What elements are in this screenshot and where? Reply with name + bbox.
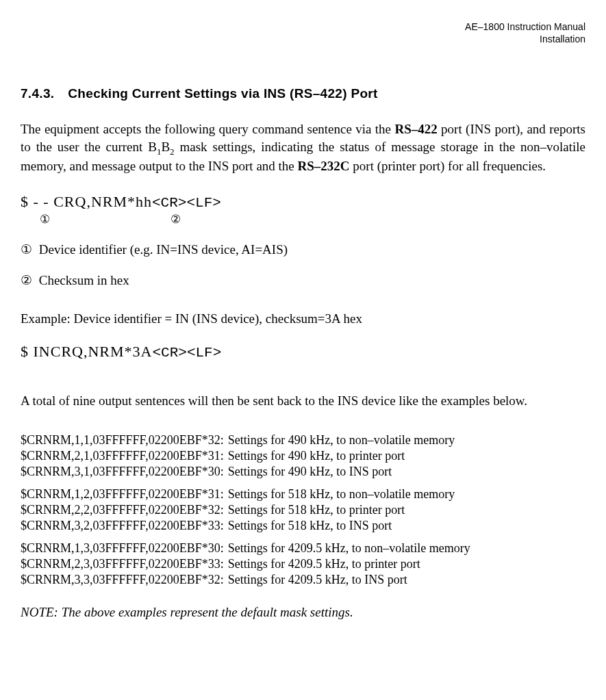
- table-row: $CRNRM,3,1,03FFFFFF,02200EBF*30:Settings…: [21, 465, 475, 480]
- definition-1-text: Device identifier (e.g. IN=INS device, A…: [39, 242, 288, 257]
- settings-code: $CRNRM,2,1,03FFFFFF,02200EBF*31:: [21, 449, 228, 465]
- settings-desc: Settings for 4209.5 kHz, to non–volatile…: [228, 534, 475, 557]
- settings-desc: Settings for 518 kHz, to printer port: [228, 503, 475, 519]
- definition-1-marker: ①: [21, 242, 36, 257]
- settings-desc: Settings for 490 kHz, to INS port: [228, 465, 475, 480]
- settings-code: $CRNRM,1,1,03FFFFFF,02200EBF*32:: [21, 433, 228, 449]
- table-row: $CRNRM,2,1,03FFFFFF,02200EBF*31:Settings…: [21, 449, 475, 465]
- table-row: $CRNRM,2,3,03FFFFFF,02200EBF*33:Settings…: [21, 557, 475, 573]
- section-title: Checking Current Settings via INS (RS–42…: [68, 86, 377, 101]
- settings-desc: Settings for 518 kHz, to INS port: [228, 519, 475, 534]
- table-row: $CRNRM,3,3,03FFFFFF,02200EBF*32:Settings…: [21, 573, 475, 588]
- table-row: $CRNRM,1,2,03FFFFFF,02200EBF*31:Settings…: [21, 480, 475, 503]
- marker-2: ②: [171, 212, 181, 226]
- table-row: $CRNRM,3,2,03FFFFFF,02200EBF*33:Settings…: [21, 519, 475, 534]
- table-row: $CRNRM,1,1,03FFFFFF,02200EBF*32:Settings…: [21, 433, 475, 449]
- note-line: NOTE: The above examples represent the d…: [21, 605, 585, 620]
- definition-2-text: Checksum in hex: [39, 273, 129, 287]
- settings-desc: Settings for 4209.5 kHz, to printer port: [228, 557, 475, 573]
- header-subtitle: Installation: [21, 33, 585, 45]
- header-title: AE–1800 Instruction Manual: [21, 21, 585, 33]
- example-intro: Example: Device identifier = IN (INS dev…: [21, 311, 585, 326]
- settings-code: $CRNRM,3,1,03FFFFFF,02200EBF*30:: [21, 465, 228, 480]
- section-heading: 7.4.3.Checking Current Settings via INS …: [21, 86, 585, 101]
- page-header: AE–1800 Instruction Manual Installation: [21, 21, 585, 45]
- settings-code: $CRNRM,3,3,03FFFFFF,02200EBF*32:: [21, 573, 228, 588]
- settings-code: $CRNRM,3,2,03FFFFFF,02200EBF*33:: [21, 519, 228, 534]
- command-template: $ - - CRQ,NRM*hh<CR><LF>: [21, 193, 585, 211]
- settings-table: $CRNRM,1,1,03FFFFFF,02200EBF*32:Settings…: [21, 433, 475, 588]
- intro-paragraph: The equipment accepts the following quer…: [21, 120, 585, 175]
- settings-code: $CRNRM,2,3,03FFFFFF,02200EBF*33:: [21, 557, 228, 573]
- page-container: AE–1800 Instruction Manual Installation …: [0, 0, 606, 647]
- settings-code: $CRNRM,2,2,03FFFFFF,02200EBF*32:: [21, 503, 228, 519]
- command-terminator: <CR><LF>: [152, 195, 221, 211]
- command-example: $ INCRQ,NRM*3A<CR><LF>: [21, 343, 585, 361]
- command-example-text: $ INCRQ,NRM*3A: [21, 343, 152, 360]
- settings-desc: Settings for 518 kHz, to non–volatile me…: [228, 480, 475, 503]
- marker-1: ①: [40, 212, 50, 226]
- settings-desc: Settings for 490 kHz, to non–volatile me…: [228, 433, 475, 449]
- definition-1: ① Device identifier (e.g. IN=INS device,…: [21, 242, 585, 257]
- settings-code: $CRNRM,1,3,03FFFFFF,02200EBF*30:: [21, 534, 228, 557]
- settings-desc: Settings for 4209.5 kHz, to INS port: [228, 573, 475, 588]
- settings-code: $CRNRM,1,2,03FFFFFF,02200EBF*31:: [21, 480, 228, 503]
- table-row: $CRNRM,1,3,03FFFFFF,02200EBF*30:Settings…: [21, 534, 475, 557]
- section-number: 7.4.3.: [21, 86, 54, 101]
- settings-desc: Settings for 490 kHz, to printer port: [228, 449, 475, 465]
- marker-row: ① ②: [21, 212, 585, 226]
- definition-2-marker: ②: [21, 272, 36, 288]
- output-intro: A total of nine output sentences will th…: [21, 392, 585, 410]
- command-example-terminator: <CR><LF>: [152, 345, 221, 361]
- definition-2: ② Checksum in hex: [21, 272, 585, 288]
- command-text: $ - - CRQ,NRM*hh: [21, 193, 152, 210]
- table-row: $CRNRM,2,2,03FFFFFF,02200EBF*32:Settings…: [21, 503, 475, 519]
